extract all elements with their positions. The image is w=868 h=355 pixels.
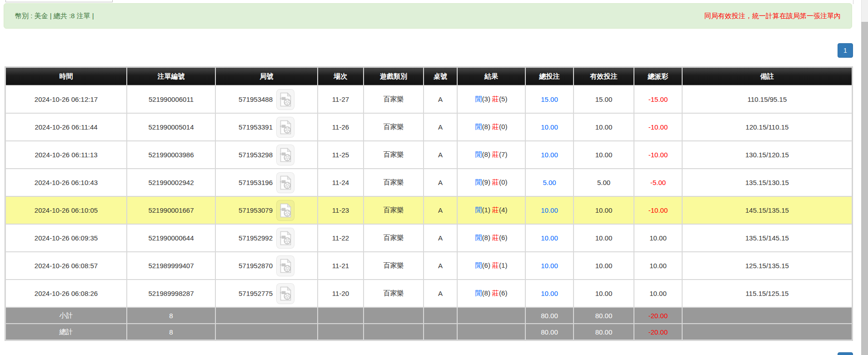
video-file-icon [279,231,292,245]
cell-time: 2024-10-26 06:08:26 [6,280,126,307]
cell-valid-bet: 5.00 [574,169,634,196]
col-result: 結果 [458,68,525,85]
cell-table-no: A [424,86,457,113]
result-banker-label: 莊 [492,289,499,297]
video-replay-button[interactable] [276,200,294,221]
total-bet-link[interactable]: 10.00 [541,206,558,214]
video-replay-button[interactable] [276,145,294,165]
cell-bet-id: 521990003986 [127,141,215,168]
result-player-score: (8) [482,234,490,241]
cell-valid-bet: 10.00 [574,280,634,307]
cell-result: 閒(3) 莊(5) [458,86,525,113]
cell-game-type: 百家樂 [364,169,423,196]
col-round: 局號 [216,68,317,85]
video-replay-button[interactable] [276,228,294,249]
result-banker-score: (5) [499,95,507,103]
cell-payout: 10.00 [634,280,682,307]
currency-summary-label: 幣別 : 美金 | 總共 :8 注單 | [15,12,94,20]
result-banker-score: (0) [499,123,507,130]
cell-bet-id: 521990000644 [127,225,215,251]
video-replay-button[interactable] [276,117,294,138]
round-number: 571952870 [239,262,273,270]
total-payout: -20.00 [634,324,682,340]
result-player-score: (1) [482,206,490,214]
video-file-icon [279,286,292,301]
cell-table-no: A [424,197,457,224]
cell-total-bet: 10.00 [526,141,573,168]
col-payout: 總派彩 [634,68,682,85]
cell-total-bet: 10.00 [526,225,573,251]
video-file-icon [279,175,292,190]
cell-remark: 115.15/125.15 [683,280,852,307]
cell-bet-id: 521990005014 [127,114,215,140]
cell-round: 571953488 [216,86,317,113]
result-player-label: 閒 [475,234,482,241]
result-banker-label: 莊 [492,261,499,269]
cell-table-no: A [424,114,457,140]
result-banker-label: 莊 [492,123,499,130]
subtotal-label: 小計 [6,308,126,323]
table-row: 2024-10-26 06:10:05 521990001667 5719530… [6,197,852,224]
video-file-icon [279,259,292,273]
col-game-type: 遊戲類別 [364,68,423,85]
result-banker-label: 莊 [492,150,499,158]
round-number: 571953196 [239,179,273,186]
cell-payout: -10.00 [634,141,682,168]
cell-valid-bet: 10.00 [574,197,634,224]
cell-payout: 10.00 [634,225,682,251]
video-replay-button[interactable] [276,283,294,304]
result-player-label: 閒 [475,178,482,186]
total-bet-link[interactable]: 10.00 [541,234,558,242]
bet-records-table-wrap: 時間 注單編號 局號 場次 遊戲類別 桌號 結果 總投注 有效投注 總派彩 備註… [5,66,852,341]
cell-bet-id: 521990001667 [127,197,215,224]
cell-session: 11-24 [318,169,363,196]
cell-round: 571953079 [216,197,317,224]
total-bet-link[interactable]: 10.00 [541,123,558,131]
cell-result: 閒(1) 莊(4) [458,197,525,224]
result-player-label: 閒 [475,123,482,130]
cell-session: 11-21 [318,252,363,279]
bet-records-table: 時間 注單編號 局號 場次 遊戲類別 桌號 結果 總投注 有效投注 總派彩 備註… [5,66,853,341]
total-bet-link[interactable]: 5.00 [543,179,556,186]
total-count: 8 [127,324,215,340]
cell-game-type: 百家樂 [364,114,423,140]
result-banker-label: 莊 [492,95,499,103]
subtotal-count: 8 [127,308,215,323]
cell-total-bet: 5.00 [526,169,573,196]
cell-time: 2024-10-26 06:10:05 [6,197,126,224]
cell-game-type: 百家樂 [364,141,423,168]
cell-payout: -15.00 [634,86,682,113]
pagination-page-1-top[interactable]: 1 [838,43,853,58]
video-replay-button[interactable] [276,89,294,110]
round-number: 571953079 [239,206,273,214]
total-bet-link[interactable]: 10.00 [541,151,558,159]
cell-session: 11-27 [318,86,363,113]
col-time: 時間 [6,68,126,85]
cropped-top-input[interactable] [5,0,113,2]
cell-round: 571953298 [216,141,317,168]
cell-table-no: A [424,252,457,279]
cell-table-no: A [424,225,457,251]
cell-time: 2024-10-26 06:10:43 [6,169,126,196]
cell-round: 571952870 [216,252,317,279]
col-total-bet: 總投注 [526,68,573,85]
cell-table-no: A [424,169,457,196]
cell-valid-bet: 10.00 [574,114,634,140]
cell-remark: 130.15/120.15 [683,141,852,168]
cell-session: 11-26 [318,114,363,140]
video-replay-button[interactable] [276,255,294,276]
video-replay-button[interactable] [276,172,294,193]
cell-valid-bet: 10.00 [574,225,634,251]
scrollbar-thumb[interactable] [861,22,868,355]
round-number: 571953488 [239,95,273,103]
subtotal-payout: -20.00 [634,308,682,323]
cell-valid-bet: 15.00 [574,86,634,113]
total-bet-link[interactable]: 10.00 [541,262,558,270]
result-player-label: 閒 [475,289,482,297]
result-player-score: (8) [482,289,490,297]
pagination-page-1-bottom[interactable]: 1 [838,352,853,355]
total-bet-link[interactable]: 15.00 [541,95,558,103]
total-bet-link[interactable]: 10.00 [541,290,558,297]
result-banker-score: (6) [499,234,507,241]
table-row: 2024-10-26 06:08:26 521989998287 5719527… [6,280,852,307]
